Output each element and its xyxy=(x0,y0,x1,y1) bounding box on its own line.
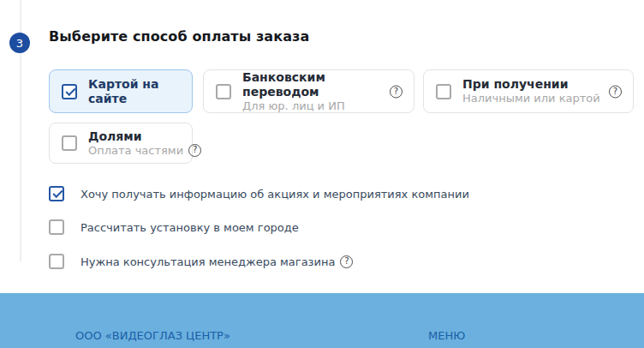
help-icon[interactable]: ? xyxy=(188,144,201,157)
section-title: Выберите способ оплаты заказа xyxy=(49,28,309,45)
checkbox-promo-info[interactable] xyxy=(49,186,64,201)
footer-menu-heading: МЕНЮ xyxy=(428,329,465,342)
payment-option-sublabel: Оплата частями xyxy=(88,144,183,158)
payment-option-card-installments[interactable]: Долями Оплата частями ? xyxy=(49,123,193,164)
checkbox-pay-online[interactable] xyxy=(62,84,77,99)
checkbox-installation-quote[interactable] xyxy=(49,219,64,235)
footer-company-name: ООО «ВИДЕОГЛАЗ ЦЕНТР» xyxy=(75,329,230,342)
checkbox-row-installation-quote[interactable]: Рассчитать установку в моем городе xyxy=(49,219,299,235)
payment-option-card-bank-transfer[interactable]: Банковским переводом Для юр. лиц и ИП ? xyxy=(203,69,414,113)
help-icon[interactable]: ? xyxy=(609,85,622,98)
checkout-payment-section: 3 Выберите способ оплаты заказа Картой н… xyxy=(0,0,644,348)
payment-option-card-on-delivery[interactable]: При получении Наличными или картой ? xyxy=(423,69,634,113)
payment-option-label: Картой на сайте xyxy=(88,77,180,106)
payment-option-label: Долями xyxy=(88,129,201,144)
payment-option-sublabel: Для юр. лиц и ИП xyxy=(242,99,402,113)
step-number: 3 xyxy=(16,37,23,50)
help-icon[interactable]: ? xyxy=(390,85,402,98)
checkbox-label: Рассчитать установку в моем городе xyxy=(80,221,299,234)
payment-option-label: При получении xyxy=(462,77,600,92)
checkbox-row-promo-info[interactable]: Хочу получать информацию об акциях и мер… xyxy=(49,186,469,201)
checkbox-manager-consult[interactable] xyxy=(49,254,64,269)
step-number-badge: 3 xyxy=(9,33,30,53)
page-footer: ООО «ВИДЕОГЛАЗ ЦЕНТР» МЕНЮ xyxy=(0,293,644,348)
payment-option-card-online[interactable]: Картой на сайте xyxy=(49,69,193,113)
checkbox-label: Хочу получать информацию об акциях и мер… xyxy=(80,188,469,201)
checkbox-row-manager-consult[interactable]: Нужна консультация менеджера магазина ? xyxy=(49,254,353,269)
payment-option-sublabel: Наличными или картой xyxy=(462,92,600,105)
help-icon[interactable]: ? xyxy=(340,255,353,268)
checkbox-label: Нужна консультация менеджера магазина xyxy=(80,255,335,268)
checkbox-installments[interactable] xyxy=(62,135,77,151)
checkbox-on-delivery[interactable] xyxy=(436,84,451,99)
payment-option-label: Банковским переводом xyxy=(242,70,402,99)
checkbox-bank-transfer[interactable] xyxy=(216,84,231,99)
